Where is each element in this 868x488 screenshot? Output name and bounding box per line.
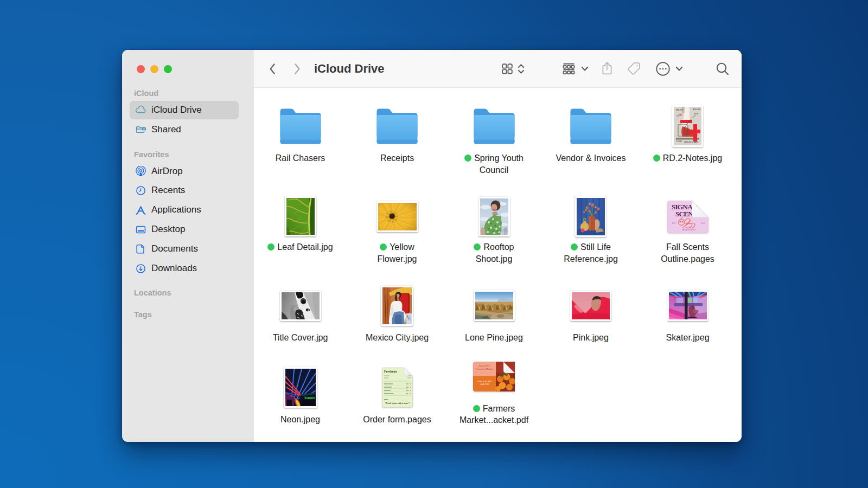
svg-text:Farmer's Market: Farmer's Market <box>476 368 494 370</box>
svg-text:MAI PHI: MAI PHI <box>676 109 683 111</box>
svg-text:TONE: TONE <box>676 140 682 143</box>
svg-text:Luita Park: Luita Park <box>479 364 490 367</box>
svg-text:BELLE FLEUR CO.: BELLE FLEUR CO. <box>682 229 696 231</box>
svg-text:SIDE: SIDE <box>694 113 699 115</box>
svg-text:N.09: N.09 <box>701 222 705 224</box>
svg-text:Freshean: Freshean <box>384 370 397 373</box>
svg-text:SUBWAY: SUBWAY <box>304 397 315 400</box>
svg-text:EST: EST <box>672 222 676 224</box>
svg-text:SOLD = MIX: SOLD = MIX <box>684 141 698 144</box>
svg-text:8AM-2PM: 8AM-2PM <box>480 383 488 386</box>
svg-text:OPEN SUNDAYS: OPEN SUNDAYS <box>477 381 492 383</box>
svg-text:"Fresh starts with a bean.": "Fresh starts with a bean." <box>385 402 410 404</box>
svg-text:ATELIER: ATELIER <box>693 108 701 111</box>
